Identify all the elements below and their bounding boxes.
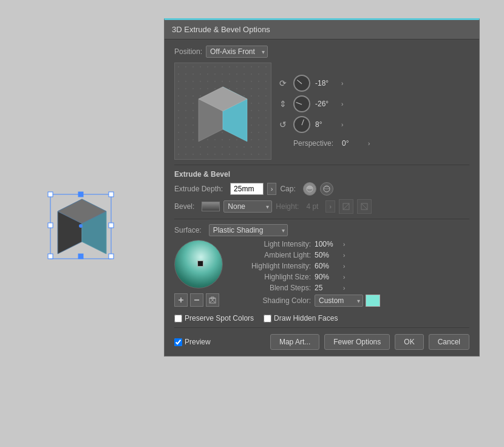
preview-cube-svg	[183, 72, 262, 151]
svg-point-12	[79, 224, 83, 228]
canvas-area	[0, 0, 164, 447]
x-dial[interactable]	[293, 75, 310, 92]
param-label-2: Highlight Intensity:	[235, 262, 311, 270]
sphere-handle[interactable]	[197, 261, 203, 267]
height-value: 4 pt	[306, 202, 318, 211]
position-select[interactable]: Off-Axis Front Off-Axis Back Custom	[206, 46, 268, 58]
dialog-title: 3D Extrude & Bevel Options	[172, 25, 270, 34]
bevel-select[interactable]: None Classic Blocking	[223, 200, 272, 213]
param-row-5: Shading Color: Custom Black White	[235, 295, 469, 307]
lighting-params: Light Intensity: 100% › Ambient Light: 5…	[235, 240, 469, 309]
y-angle-arrow[interactable]: ›	[341, 101, 343, 107]
bevel-label: Bevel:	[174, 202, 194, 211]
preview-check: Preview	[174, 338, 211, 346]
sphere-controls	[174, 293, 229, 307]
bevel-select-wrapper[interactable]: None Classic Blocking	[223, 200, 272, 213]
z-angle-value: 8°	[315, 120, 336, 129]
svg-rect-7	[109, 254, 114, 259]
draw-hidden-faces-item: Draw Hidden Faces	[264, 314, 338, 322]
draw-hidden-faces-checkbox[interactable]	[264, 315, 271, 322]
svg-rect-10	[48, 223, 53, 228]
extrude-depth-input[interactable]	[230, 183, 264, 195]
x-angle-value: -18°	[315, 79, 336, 87]
param-label-0: Light Intensity:	[235, 240, 311, 248]
z-angle-arrow[interactable]: ›	[341, 121, 343, 128]
y-dial[interactable]	[293, 95, 310, 112]
param-arrow-4[interactable]: ›	[343, 285, 345, 292]
map-art-button[interactable]: Map Art...	[270, 334, 319, 350]
position-row: Position: Off-Axis Front Off-Axis Back C…	[174, 46, 469, 58]
y-angle-value: -26°	[315, 100, 336, 108]
fewer-options-button[interactable]: Fewer Options	[324, 334, 390, 350]
bevel-btn-1	[339, 199, 353, 214]
sphere-add-icon	[177, 296, 185, 304]
sphere-remove-icon	[193, 296, 200, 304]
lighting-sphere[interactable]	[174, 240, 223, 288]
svg-rect-5	[109, 192, 114, 197]
preview-checkbox[interactable]	[174, 338, 182, 346]
dialog-title-bar: 3D Extrude & Bevel Options	[165, 20, 479, 39]
position-select-wrapper[interactable]: Off-Axis Front Off-Axis Back Custom	[206, 46, 268, 58]
sphere-add-btn[interactable]	[174, 293, 188, 307]
perspective-arrow[interactable]: ›	[368, 140, 370, 147]
param-label-1: Ambient Light:	[235, 251, 311, 259]
divider-2	[174, 219, 469, 219]
param-arrow-1[interactable]: ›	[343, 252, 345, 259]
bevel-row: Bevel: None Classic Blocking Height: 4 p…	[174, 199, 469, 214]
svg-rect-9	[78, 254, 83, 259]
bevel-btn-2	[357, 199, 372, 214]
x-rotation-icon: ⟳	[278, 78, 288, 88]
bevel-icon-1	[342, 202, 350, 211]
ok-button[interactable]: OK	[395, 334, 423, 350]
perspective-label: Perspective:	[293, 139, 333, 148]
checkboxes-row: Preserve Spot Colors Draw Hidden Faces	[174, 314, 469, 322]
cap-off-button[interactable]	[320, 182, 333, 196]
shading-color-swatch[interactable]	[366, 295, 380, 307]
param-label-5: Shading Color:	[235, 296, 311, 305]
cube-canvas-svg	[33, 175, 131, 272]
param-arrow-3[interactable]: ›	[343, 274, 345, 281]
cancel-button[interactable]: Cancel	[429, 334, 469, 350]
z-dial[interactable]	[293, 116, 310, 133]
x-angle-arrow[interactable]: ›	[341, 80, 343, 87]
param-label-3: Highlight Size:	[235, 273, 311, 281]
preserve-spot-colors-label: Preserve Spot Colors	[185, 314, 254, 322]
svg-point-17	[307, 186, 313, 189]
canvas-object[interactable]	[33, 175, 131, 272]
param-value-4: 25	[315, 284, 342, 292]
surface-select-wrapper[interactable]: Plastic Shading Diffuse Shading No Shadi…	[209, 224, 288, 236]
angle-controls: ⟳ -18° › ⇕ -26° ›	[278, 63, 370, 160]
bevel-icon-2	[360, 202, 369, 211]
preview-3d	[174, 63, 271, 160]
param-arrow-0[interactable]: ›	[343, 241, 345, 248]
param-arrow-2[interactable]: ›	[343, 263, 345, 270]
extrude-depth-row: Extrude Depth: › Cap:	[174, 182, 469, 196]
sphere-remove-btn[interactable]	[190, 293, 203, 307]
lighting-area: Light Intensity: 100% › Ambient Light: 5…	[174, 240, 469, 309]
sphere-container	[174, 240, 229, 309]
param-row-4: Blend Steps: 25 ›	[235, 284, 469, 292]
y-rotation-icon: ⇕	[278, 99, 288, 109]
param-row-3: Highlight Size: 90% ›	[235, 273, 469, 281]
cap-label: Cap:	[280, 185, 295, 193]
param-value-2: 60%	[315, 262, 342, 270]
svg-rect-4	[48, 192, 53, 197]
angle-row-z: ↺ 8° ›	[278, 116, 370, 133]
height-arrow: ›	[325, 200, 335, 213]
bottom-row: Preview Map Art... Fewer Options OK Canc…	[174, 327, 469, 350]
svg-rect-23	[211, 297, 214, 298]
extrude-depth-arrow[interactable]: ›	[267, 183, 276, 195]
dialog-content: Position: Off-Axis Front Off-Axis Back C…	[165, 39, 479, 356]
surface-select[interactable]: Plastic Shading Diffuse Shading No Shadi…	[209, 224, 288, 236]
height-label: Height:	[276, 202, 299, 211]
param-value-3: 90%	[315, 273, 342, 281]
dialog: 3D Extrude & Bevel Options Position: Off…	[164, 18, 480, 357]
sphere-delete-btn[interactable]	[206, 293, 219, 307]
shading-color-select-wrapper[interactable]: Custom Black White	[315, 295, 363, 307]
angle-row-x: ⟳ -18° ›	[278, 75, 370, 92]
angle-row-y: ⇕ -26° ›	[278, 95, 370, 112]
shading-color-select[interactable]: Custom Black White	[315, 295, 363, 307]
param-row-1: Ambient Light: 50% ›	[235, 251, 469, 259]
cap-on-button[interactable]	[303, 182, 316, 196]
preserve-spot-colors-checkbox[interactable]	[174, 315, 182, 322]
